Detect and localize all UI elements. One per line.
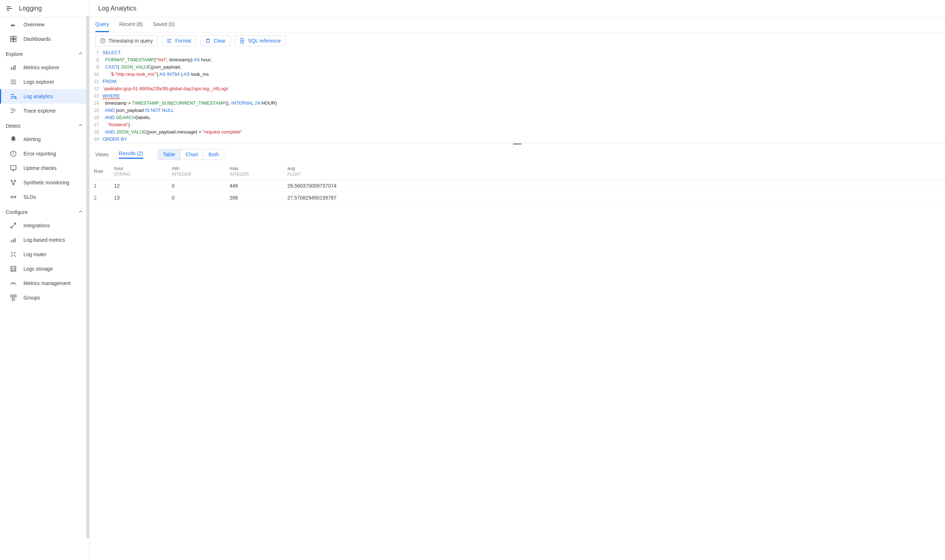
svg-rect-10 — [11, 80, 16, 80]
sidebar-item-synthetic-monitoring[interactable]: Synthetic monitoring — [0, 175, 89, 190]
svg-rect-11 — [11, 82, 16, 82]
sidebar-item-label: Log router — [23, 251, 46, 257]
sidebar-item-groups[interactable]: Groups — [0, 291, 89, 305]
chevron-up-icon — [78, 209, 83, 215]
sidebar-section-configure[interactable]: Configure — [0, 204, 89, 218]
column-header-row[interactable]: Row — [89, 163, 110, 180]
code-line[interactable]: '$."http.resp.took_ms"') AS INT64 ) AS t… — [103, 71, 945, 78]
column-header-max[interactable]: maxINTEGER — [225, 163, 283, 180]
cell-hour: 12 — [110, 180, 168, 192]
results-tab-views[interactable]: Views — [95, 152, 109, 157]
sidebar-item-alerting[interactable]: Alerting — [0, 132, 89, 146]
seg-table[interactable]: Table — [158, 149, 180, 160]
cell-min: 0 — [168, 192, 225, 204]
code-line[interactable]: FORMAT_TIMESTAMP("%H", timestamp) AS hou… — [103, 56, 945, 63]
sidebar-item-log-based-metrics[interactable]: Log-based metrics — [0, 233, 89, 247]
sidebar-item-log-analytics[interactable]: Log analytics — [0, 89, 89, 103]
tab-recent[interactable]: Recent (8) — [119, 17, 143, 32]
sidebar-item-trace-explorer[interactable]: Trace explorer — [0, 103, 89, 118]
sidebar-item-label: Logs explorer — [23, 79, 54, 85]
svg-rect-5 — [11, 39, 13, 42]
line-number: 8 — [89, 56, 103, 63]
product-title: Logging — [19, 5, 42, 12]
svg-rect-4 — [14, 37, 16, 39]
page-title: Log Analytics — [98, 5, 137, 12]
line-number: 16 — [89, 114, 103, 121]
code-line[interactable]: FROM — [103, 78, 945, 85]
code-line[interactable]: WHERE — [103, 92, 945, 100]
column-type: STRING — [114, 172, 163, 177]
sidebar-section-title: Detect — [6, 123, 20, 129]
timestamp-chip[interactable]: Timestamp in query — [95, 35, 157, 46]
code-line[interactable]: AND SEARCH(labels, — [103, 114, 945, 121]
column-header-avg[interactable]: avgFLOAT — [283, 163, 945, 180]
line-number: 15 — [89, 107, 103, 114]
code-line[interactable]: timestamp > TIMESTAMP_SUB(CURRENT_TIMEST… — [103, 100, 945, 107]
sql-editor[interactable]: 7SELECT8 FORMAT_TIMESTAMP("%H", timestam… — [89, 49, 945, 143]
sidebar-item-overview[interactable]: Overview — [0, 17, 89, 32]
sidebar-item-logs-storage[interactable]: Logs storage — [0, 262, 89, 276]
slos-icon — [10, 194, 17, 201]
query-tabs: Query Recent (8) Saved (0) — [89, 17, 945, 32]
clear-button[interactable]: Clear — [200, 35, 230, 46]
code-line[interactable]: AND json_payload IS NOT NULL — [103, 107, 945, 114]
column-header-hour[interactable]: hourSTRING — [110, 163, 168, 180]
svg-point-22 — [11, 180, 12, 181]
column-name: max — [229, 166, 239, 171]
results-tab-results[interactable]: Results (2) — [119, 151, 143, 159]
sidebar-item-label: Error reporting — [23, 151, 56, 157]
code-line[interactable]: ORDER BY — [103, 136, 945, 143]
logs-icon — [10, 78, 17, 86]
sql-reference-button[interactable]: SQL reference — [235, 35, 286, 46]
code-line[interactable]: SELECT — [103, 49, 945, 56]
sidebar-item-metrics-management[interactable]: Metrics management — [0, 276, 89, 291]
code-line[interactable]: "frontend") — [103, 121, 945, 128]
code-line[interactable]: AND JSON_VALUE(json_payload.message) = "… — [103, 128, 945, 136]
sidebar-item-dashboards[interactable]: Dashboards — [0, 32, 89, 46]
synthetic-icon — [10, 179, 17, 186]
sidebar-scrollbar[interactable] — [86, 16, 89, 538]
sidebar-item-integrations[interactable]: Integrations — [0, 218, 89, 233]
svg-rect-8 — [12, 66, 14, 70]
seg-both[interactable]: Both — [203, 149, 224, 160]
sidebar-item-logs-explorer[interactable]: Logs explorer — [0, 75, 89, 89]
cell-max: 449 — [225, 180, 283, 192]
sidebar-section-title: Explore — [6, 51, 23, 57]
cell-avg: 27.570829450139787 — [283, 192, 945, 204]
seg-chart[interactable]: Chart — [180, 149, 203, 160]
format-icon — [166, 38, 172, 44]
tab-query[interactable]: Query — [95, 17, 109, 32]
sidebar-item-slos[interactable]: SLOs — [0, 190, 89, 204]
svg-point-23 — [14, 180, 15, 181]
sidebar-item-error-reporting[interactable]: Error reporting — [0, 146, 89, 161]
column-header-min[interactable]: minINTEGER — [168, 163, 225, 180]
code-line[interactable]: CAST( JSON_VALUE(json_payload, — [103, 63, 945, 71]
svg-rect-12 — [11, 83, 16, 84]
cell-hour: 13 — [110, 192, 168, 204]
tab-saved[interactable]: Saved (0) — [153, 17, 175, 32]
table-row[interactable]: 112044929.560370009737074 — [89, 180, 945, 192]
format-button[interactable]: Format — [162, 35, 195, 46]
sidebar-section-detect[interactable]: Detect — [0, 118, 89, 132]
svg-rect-29 — [14, 238, 15, 243]
svg-rect-19 — [11, 112, 14, 113]
table-row[interactable]: 213020627.570829450139787 — [89, 192, 945, 204]
code-line[interactable]: `qwiklabs-gcp-01-8909a23fa3fb.global.day… — [103, 85, 945, 92]
sidebar-item-uptime-checks[interactable]: Uptime checks — [0, 161, 89, 175]
sidebar: Logging OverviewDashboards ExploreMetric… — [0, 0, 89, 560]
line-number: 19 — [89, 136, 103, 143]
sidebar-item-log-router[interactable]: Log router — [0, 247, 89, 262]
sidebar-item-label: Integrations — [23, 223, 50, 228]
editor-resize-handle[interactable] — [89, 143, 945, 146]
cell-row: 1 — [89, 180, 110, 192]
line-number: 17 — [89, 121, 103, 128]
sidebar-item-metrics-explorer[interactable]: Metrics explorer — [0, 60, 89, 75]
sidebar-item-label: Overview — [23, 22, 45, 28]
sidebar-section-explore[interactable]: Explore — [0, 46, 89, 60]
line-number: 18 — [89, 128, 103, 136]
svg-point-24 — [12, 184, 14, 185]
column-name: Row — [94, 169, 103, 174]
svg-rect-27 — [11, 241, 12, 243]
svg-rect-30 — [11, 266, 15, 271]
main-content: Log Analytics Query Recent (8) Saved (0)… — [89, 0, 945, 560]
